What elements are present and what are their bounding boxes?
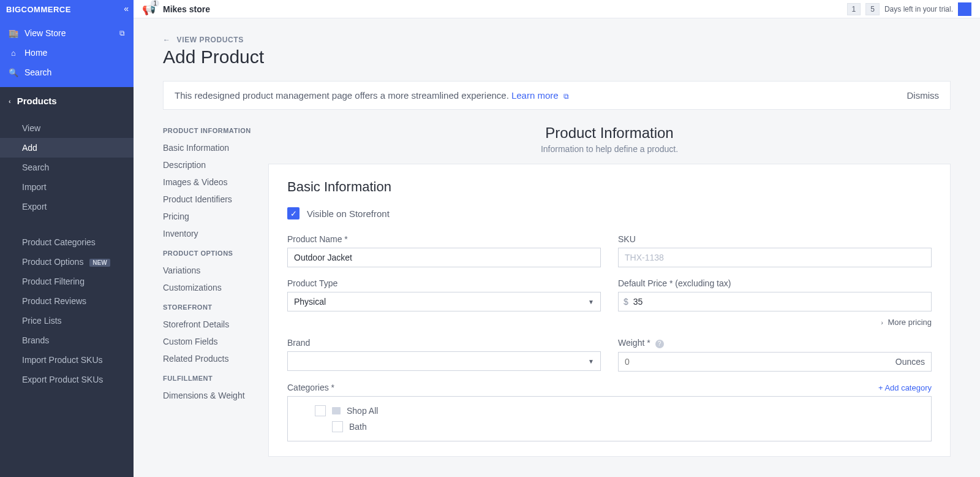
category-checkbox[interactable] (315, 405, 326, 416)
category-checkbox[interactable] (332, 421, 343, 432)
nav-label: View Store (24, 28, 66, 38)
field-categories: Categories * + Add category (287, 383, 932, 441)
label: Default Price * (excluding tax) (618, 278, 932, 288)
search-icon: 🔍 (9, 68, 18, 77)
qn-images[interactable]: Images & Videos (163, 174, 268, 191)
label: Weight * ? (618, 338, 932, 348)
chevron-down-icon: ▼ (588, 299, 594, 305)
trial-text: Days left in your trial. (884, 5, 953, 13)
label: Product Type (287, 278, 601, 288)
qn-description[interactable]: Description (163, 156, 268, 174)
visible-checkbox[interactable]: ✓ (287, 207, 300, 219)
plus-icon: + (878, 383, 883, 392)
nav-label: Home (24, 48, 47, 58)
form-area: Product Information Information to help … (268, 124, 951, 457)
sidebar-item-view[interactable]: View (0, 118, 134, 138)
home-icon: ⌂ (9, 48, 18, 58)
sidebar-sublist: View Add Search Import Export (0, 115, 134, 220)
sidebar-current-section[interactable]: ‹ Products (0, 87, 134, 115)
brand-select[interactable]: ▼ (287, 351, 601, 371)
category-row: Bath (298, 419, 921, 435)
qn-heading: PRODUCT OPTIONS (163, 250, 268, 257)
chevron-left-icon: ‹ (9, 97, 11, 105)
section-nav: PRODUCT INFORMATION Basic Information De… (163, 124, 268, 457)
card-title: Basic Information (287, 179, 932, 195)
category-row: Shop All (298, 403, 921, 419)
help-icon[interactable]: ? (655, 340, 664, 348)
sku-input[interactable] (618, 248, 932, 267)
sidebar-top-nav: 🏬 View Store ⧉ ⌂ Home 🔍 Search (0, 18, 134, 87)
field-sku: SKU (618, 234, 932, 267)
chevron-right-icon: › (881, 319, 883, 326)
sidebar-item-pricelists[interactable]: Price Lists (0, 311, 134, 330)
qn-dimensions[interactable]: Dimensions & Weight (163, 387, 268, 404)
qn-heading: PRODUCT INFORMATION (163, 127, 268, 134)
qn-custom-fields[interactable]: Custom Fields (163, 333, 268, 350)
weight-input-wrap: Ounces (618, 352, 932, 372)
weight-input[interactable] (619, 353, 889, 371)
collapse-sidebar-button[interactable]: « (124, 4, 129, 13)
field-product-type: Product Type Physical ▼ (287, 278, 601, 327)
page-title: Add Product (163, 47, 951, 67)
arrow-left-icon: ← (163, 36, 171, 44)
visible-row: ✓ Visible on Storefront (287, 207, 932, 219)
nav-search[interactable]: 🔍 Search (0, 63, 134, 82)
store-icon: 🏬 (9, 29, 18, 38)
qn-customizations[interactable]: Customizations (163, 279, 268, 296)
qn-inventory[interactable]: Inventory (163, 225, 268, 242)
qn-identifiers[interactable]: Product Identifiers (163, 191, 268, 208)
weight-unit: Ounces (889, 357, 931, 367)
field-default-price: Default Price * (excluding tax) $ › More… (618, 278, 932, 327)
field-product-name: Product Name * (287, 234, 601, 267)
back-label: VIEW PRODUCTS (177, 36, 244, 44)
sidebar-item-options[interactable]: Product Options NEW (0, 252, 134, 272)
add-category-button[interactable]: + Add category (878, 383, 932, 392)
label: SKU (618, 234, 932, 244)
folder-icon (332, 407, 341, 414)
section-header: Product Information Information to help … (268, 124, 951, 154)
notice-text: This redesigned product management page … (175, 90, 509, 101)
product-name-input[interactable] (287, 248, 601, 267)
qn-variations[interactable]: Variations (163, 262, 268, 279)
sidebar-item-label: Product Options (22, 257, 83, 267)
main: 📢 1 Mikes store 1 5 Days left in your tr… (134, 0, 980, 477)
sidebar-brand-bar: BIGCOMMERCE « (0, 0, 134, 18)
notifications-button[interactable]: 📢 1 (142, 2, 156, 16)
price-input[interactable] (633, 292, 931, 311)
external-link-icon: ⧉ (564, 92, 569, 101)
qn-pricing[interactable]: Pricing (163, 208, 268, 225)
sidebar-item-export[interactable]: Export (0, 197, 134, 216)
qn-storefront-details[interactable]: Storefront Details (163, 316, 268, 333)
sidebar-item-filtering[interactable]: Product Filtering (0, 272, 134, 291)
form-grid: Product Name * SKU Product Type Physic (287, 234, 932, 441)
sidebar-item-export-skus[interactable]: Export Product SKUs (0, 370, 134, 389)
upgrade-button[interactable] (958, 2, 971, 16)
sidebar: BIGCOMMERCE « 🏬 View Store ⧉ ⌂ Home 🔍 Se… (0, 0, 134, 477)
sidebar-item-add[interactable]: Add (0, 138, 134, 158)
label: Categories * (287, 383, 334, 392)
sidebar-item-brands[interactable]: Brands (0, 330, 134, 350)
category-tree: Shop All Bath (287, 396, 932, 441)
sidebar-item-search[interactable]: Search (0, 158, 134, 177)
more-pricing-toggle[interactable]: › More pricing (618, 318, 932, 327)
field-weight: Weight * ? Ounces (618, 338, 932, 372)
product-type-select[interactable]: Physical ▼ (287, 292, 601, 311)
qn-heading: FULFILLMENT (163, 375, 268, 382)
nav-home[interactable]: ⌂ Home (0, 43, 134, 63)
qn-related[interactable]: Related Products (163, 350, 268, 367)
qn-basic-info[interactable]: Basic Information (163, 139, 268, 156)
back-link[interactable]: ← VIEW PRODUCTS (163, 36, 951, 44)
sidebar-main: ‹ Products View Add Search Import Export… (0, 87, 134, 477)
info-banner: This redesigned product management page … (163, 81, 951, 110)
sidebar-item-reviews[interactable]: Product Reviews (0, 291, 134, 311)
sidebar-group: Product Categories Product Options NEW P… (0, 220, 134, 393)
sidebar-item-categories[interactable]: Product Categories (0, 232, 134, 252)
notice-dismiss-button[interactable]: Dismiss (907, 90, 940, 101)
trial-day-1: 1 (847, 3, 861, 15)
basic-info-card: Basic Information ✓ Visible on Storefron… (268, 164, 951, 457)
sidebar-item-import-skus[interactable]: Import Product SKUs (0, 350, 134, 370)
notice-learn-more-link[interactable]: Learn more ⧉ (511, 90, 569, 101)
sidebar-item-import[interactable]: Import (0, 177, 134, 197)
brand-logo: BIGCOMMERCE (6, 5, 71, 14)
nav-view-store[interactable]: 🏬 View Store ⧉ (0, 23, 134, 43)
